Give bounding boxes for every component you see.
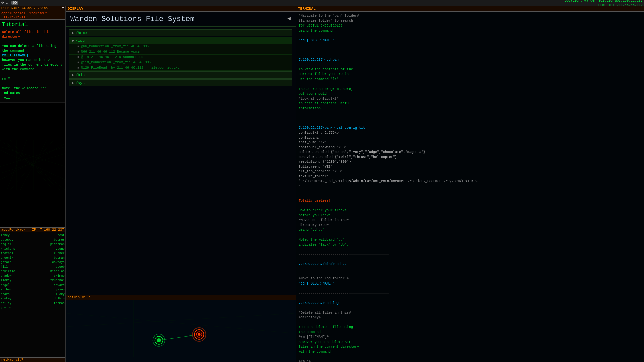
terminal-line: "cd [FOLDER NAME]" [299,38,641,43]
netmap-canvas-area [66,300,296,357]
terminal-label: TERMINAL [298,7,316,11]
tutorial-text: Delete all files in this directory You c… [2,30,63,100]
file-row[interactable]: ■@66_211.46.46.112_Became_Admin [69,49,292,55]
password-list: moneytestgatewayboomereagle1pidermanknic… [0,232,65,357]
terminal-line: ----------------------------------------… [299,48,641,53]
pw-item-left: gateway [1,238,33,243]
location-line1: Location: Warden Solutions@7.160.22.237 [564,0,643,3]
terminal-line [299,354,641,359]
terminal-content[interactable]: #Navigate to the "bin" folder#(Binaries … [296,12,644,362]
terminal-line: indicates 'Back' or 'Up'. [299,243,641,248]
pw-item-right: nicholas [33,269,65,274]
terminal-line: with the command [299,350,641,355]
folder-name: /home [76,31,87,35]
network-vis [0,102,65,227]
file-tree: ▶/home▶/log■@66_Connection:_from_211.46.… [66,27,296,295]
terminal-line: resolution: {"1280","800"} [299,160,641,165]
terminal-line: but you should [299,92,641,97]
terminal-line: #Move to the log folder.# [299,276,641,281]
terminal-line: for useful executables [299,23,641,29]
terminal-line: use the command "ls". [299,77,641,82]
main-layout: USED RAM: 746mb / 761mb 2 app:Tutorial P… [0,6,644,362]
terminal-line: 7.160.22.237/bin/> cd .. [299,262,641,267]
tutorial-delete-line2: directory [2,35,20,39]
gear-icon[interactable]: ⚙ [1,0,4,5]
location-line2: Home IP: 211.46.46.112 [564,3,643,7]
terminal-line: files in the current directory [299,345,641,350]
terminal-line [299,233,641,238]
terminal-line: behaviors_enabled {"twirl","thrust","hel… [299,155,641,160]
svg-point-26 [198,333,201,336]
terminal-line: #directory# [299,315,641,320]
terminal-line: colours_enabled {"peach","ivory","fudge"… [299,150,641,155]
pw-item-left: eagle1 [1,242,33,247]
terminal-line [299,33,641,38]
star-icon[interactable]: ★ [6,0,8,5]
pw-item-right: boomer [33,238,65,243]
terminal-line: " [299,184,641,189]
location-info: Location: Warden Solutions@7.160.22.237 … [564,0,643,7]
porthack-ip: IP: 7.160.22.237 [32,228,64,232]
netmap-label-left: netMap v1.7 [1,358,23,362]
pw-item-left: knickers [1,247,33,252]
network-vis-svg [0,103,65,227]
pw-item-right: thomas [33,301,65,306]
svg-line-10 [0,150,65,180]
terminal-line: ----------------------------------------… [299,267,641,272]
pw-item-left: shadow [1,274,33,279]
pw-item-left: money [1,233,33,238]
terminal-line: You can delete a file using [299,325,641,330]
file-icon: ■ [77,45,79,48]
terminal-line [299,82,641,87]
folder-icon: ▶ [72,73,74,77]
tree-folder: ▶/log■@66_Connection:_from_211.46.46.112… [69,37,292,71]
pw-item-left: jill [1,265,33,270]
terminal-line [299,286,641,291]
file-icon: ■ [77,55,79,59]
app-porthack-bar[interactable]: app:PortHack IP: 7.160.22.237 [0,227,65,232]
right-panel: TERMINAL #Navigate to the "bin" folder#(… [296,6,644,362]
terminal-line: alt_tab_enabled: "YES" [299,169,641,174]
pw-item-right: dolhin [33,297,65,301]
terminal-line [299,121,641,126]
pw-item-right: batman [33,256,65,261]
folder-name: /log [76,39,85,43]
pw-item-right: test [33,233,65,238]
file-row[interactable]: ■@129_FileRead:_by_211.46.46.112_-_file:… [69,65,292,71]
file-row[interactable]: ■@119_Connection:_from_211.46.46.112 [69,60,292,65]
netmap-section: netMap v1.7 [66,295,296,362]
top-badge: 60 [11,1,18,5]
pw-item-right: runner [33,251,65,256]
folder-row[interactable]: ▶/home [69,29,292,36]
pw-item-left: junior [1,306,33,310]
file-name: @66_Connection:_from_211.46.46.112 [81,45,149,48]
file-row[interactable]: ■@66_Connection:_from_211.46.46.112 [69,44,292,49]
terminal-line: (Binaries folder) to search [299,19,641,24]
terminal-line: current folder you are in [299,72,641,77]
app-tutorial-bar[interactable]: app:Tutorial Program@P: 211.46.46.112 [0,11,65,20]
top-bar: ⚙ ★ 60 Location: Warden Solutions@7.160.… [0,0,644,6]
folder-row[interactable]: ▶/bin [69,71,292,79]
netmap-svg [66,300,296,357]
folder-row[interactable]: ▶/log [69,37,292,44]
terminal-line: texture_folder: [299,174,641,179]
svg-line-2 [0,143,65,180]
top-icons: ⚙ ★ 60 [1,0,18,5]
pw-item-left: football [1,251,33,256]
back-button[interactable]: ◀ [287,15,291,22]
file-name: @66_211.46.46.112_Became_Admin [81,50,141,54]
terminal-line: Totally useless! [299,199,641,204]
tutorial-section: Tutorial Delete all files in this direct… [0,20,65,102]
filesystem-header: Warden Solutions File System ◀ [66,12,296,27]
terminal-line: however you can delete ALL [299,340,641,345]
pw-item-left: mickey [1,278,33,283]
terminal-line [299,111,641,116]
tutorial-title: Tutorial [2,22,63,28]
tree-folder: ▶/sys [69,79,292,86]
file-row[interactable]: ■@119_211.46.46.112_Disconnected [69,55,292,60]
terminal-line [299,272,641,277]
pw-item-left: squirtle [1,269,33,274]
folder-row[interactable]: ▶/sys [69,79,292,86]
svg-rect-14 [67,300,295,357]
ram-num: 2 [62,7,64,10]
